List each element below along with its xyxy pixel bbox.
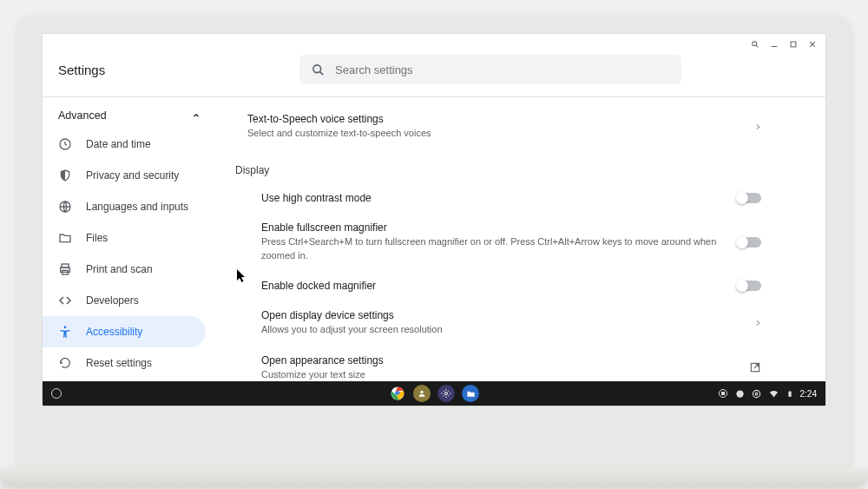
sidebar-item-privacy[interactable]: Privacy and security	[43, 160, 206, 191]
accessibility-icon	[58, 325, 72, 339]
svg-point-18	[420, 391, 423, 393]
svg-line-1	[756, 45, 758, 47]
sidebar-item-print[interactable]: Print and scan	[43, 254, 206, 285]
chevron-up-icon	[192, 111, 201, 120]
setting-title: Text-to-Speech voice settings	[247, 113, 737, 125]
app-icon-settings[interactable]	[437, 385, 455, 402]
sidebar: Advanced Date and time Privacy and secur…	[43, 97, 216, 381]
launcher-icon[interactable]	[51, 388, 62, 399]
svg-point-22	[736, 390, 743, 397]
shelf: 2:24	[43, 381, 825, 406]
nav-label: Accessibility	[86, 326, 142, 338]
laptop-base	[0, 467, 868, 486]
svg-rect-26	[789, 390, 790, 391]
setting-subtitle: Allows you to adjust your screen resolut…	[261, 323, 737, 336]
app-icon-chrome[interactable]	[389, 385, 406, 402]
sidebar-item-developers[interactable]: Developers	[43, 285, 206, 316]
svg-point-6	[313, 64, 321, 72]
zoom-icon[interactable]	[751, 40, 760, 49]
shield-icon	[58, 169, 72, 182]
app-header: Settings	[43, 55, 825, 96]
clock-icon	[58, 137, 72, 151]
content-area: Text-to-Speech voice settings Select and…	[216, 97, 825, 381]
sidebar-item-reset[interactable]: Reset settings	[43, 347, 206, 379]
setting-subtitle: Select and customize text-to-speech voic…	[247, 127, 737, 140]
search-icon	[312, 63, 325, 76]
svg-point-24	[753, 390, 760, 397]
nav-label: Date and time	[86, 138, 151, 150]
chevron-right-icon	[754, 318, 761, 328]
maximize-button[interactable]	[789, 40, 798, 49]
sidebar-section-label: Advanced	[58, 109, 107, 122]
setting-row-fullscreen-magnifier: Enable fullscreen magnifier Press Ctrl+S…	[235, 213, 773, 271]
setting-subtitle: Customize your text size	[261, 368, 732, 381]
sidebar-item-date-time[interactable]: Date and time	[43, 129, 206, 160]
section-label-display: Display	[235, 149, 773, 183]
page-title: Settings	[58, 63, 291, 77]
sidebar-item-languages[interactable]: Languages and inputs	[43, 191, 206, 222]
sidebar-item-accessibility[interactable]: Accessibility	[43, 316, 206, 347]
wifi-icon[interactable]	[768, 389, 779, 399]
shelf-clock[interactable]: 2:24	[800, 389, 817, 399]
svg-point-14	[64, 326, 67, 328]
setting-row-high-contrast: Use high contrast mode	[235, 183, 773, 213]
external-link-icon	[749, 361, 761, 373]
nav-label: Privacy and security	[86, 169, 179, 182]
setting-row-appearance[interactable]: Open appearance settings Customize your …	[235, 346, 773, 381]
setting-title: Use high contrast mode	[261, 192, 720, 204]
folder-icon	[58, 231, 72, 245]
toggle-docked-magnifier[interactable]	[737, 281, 761, 291]
sidebar-section-advanced[interactable]: Advanced	[43, 102, 216, 129]
window-titlebar	[43, 34, 825, 55]
svg-line-7	[319, 71, 323, 75]
status-stop-icon[interactable]	[718, 388, 728, 399]
nav-label: Developers	[86, 294, 139, 307]
search-bar[interactable]	[299, 55, 681, 84]
setting-title: Open display device settings	[261, 309, 737, 321]
chevron-right-icon	[754, 122, 761, 132]
code-icon	[58, 294, 72, 307]
globe-icon	[58, 200, 72, 214]
svg-point-0	[753, 42, 757, 46]
svg-rect-3	[791, 42, 796, 47]
app-icon-files[interactable]	[462, 385, 479, 402]
setting-row-display-device[interactable]: Open display device settings Allows you …	[235, 301, 773, 345]
nav-label: Languages and inputs	[86, 201, 188, 213]
app-icon-1[interactable]	[413, 385, 431, 402]
minimize-button[interactable]	[770, 40, 779, 49]
svg-point-23	[755, 393, 758, 395]
status-settings-icon[interactable]	[752, 389, 761, 399]
setting-title: Enable fullscreen magnifier	[261, 221, 720, 234]
search-input[interactable]	[335, 63, 669, 76]
reset-icon	[58, 356, 72, 370]
svg-rect-25	[788, 391, 791, 396]
status-notification-icon[interactable]	[735, 389, 745, 399]
sidebar-item-files[interactable]: Files	[43, 222, 206, 254]
nav-label: Files	[86, 232, 108, 244]
setting-title: Enable docked magnifier	[261, 280, 720, 292]
setting-row-docked-magnifier: Enable docked magnifier	[235, 271, 773, 301]
close-button[interactable]	[808, 40, 817, 49]
printer-icon	[58, 262, 72, 276]
battery-icon[interactable]	[786, 388, 793, 400]
nav-label: Print and scan	[86, 263, 153, 275]
toggle-fullscreen-magnifier[interactable]	[737, 237, 761, 248]
setting-title: Open appearance settings	[261, 354, 732, 367]
nav-label: Reset settings	[86, 357, 152, 369]
svg-rect-21	[721, 393, 724, 395]
setting-subtitle: Press Ctrl+Search+M to turn fullscreen m…	[261, 235, 720, 262]
svg-point-19	[445, 393, 448, 395]
toggle-high-contrast[interactable]	[737, 193, 761, 203]
setting-row-tts[interactable]: Text-to-Speech voice settings Select and…	[235, 104, 773, 149]
